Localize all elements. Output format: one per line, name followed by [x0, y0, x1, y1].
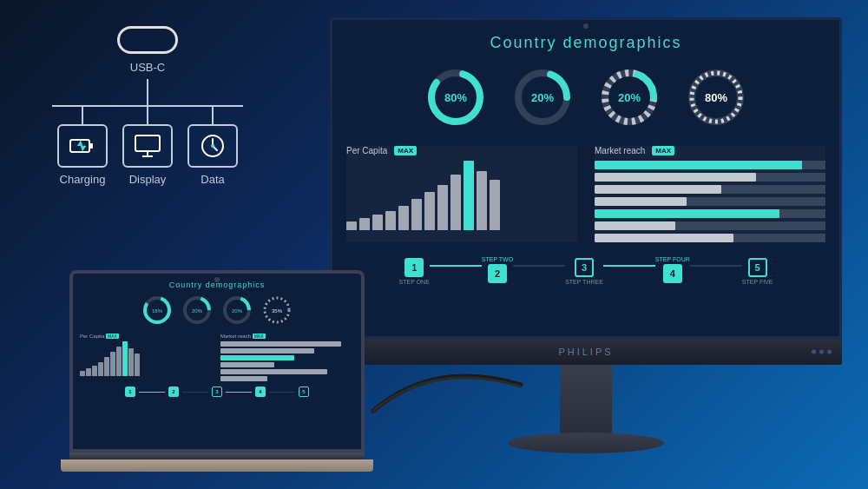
laptop-hinge — [69, 453, 365, 459]
charts-row: Per Capita MAX — [346, 146, 825, 242]
mini-market-reach: Market reach MAX — [220, 334, 354, 381]
market-reach-chart: Market reach MAX — [595, 146, 825, 242]
laptop-webcam — [214, 277, 220, 282]
mini-per-capita: Per Capita MAX — [80, 334, 214, 381]
mini-donut-2: 20% — [181, 294, 213, 327]
branch-line-charging — [82, 107, 83, 124]
monitor-bezel: PHILIPS — [330, 339, 842, 365]
step-4: STEP FOUR 4 — [655, 256, 690, 285]
mini-bar-5 — [104, 357, 109, 376]
mini-connector-2 — [182, 392, 208, 393]
bar-10 — [464, 161, 474, 230]
market-reach-title: Market reach MAX — [595, 146, 825, 155]
donut-4: 80% — [685, 66, 747, 129]
mini-bar-chart — [80, 341, 214, 376]
h-bar-fill-7 — [595, 234, 733, 242]
laptop-base — [61, 459, 373, 472]
mini-donut-svg-1: 18% — [141, 294, 173, 326]
step-4-number: 4 — [663, 264, 682, 283]
monitor-indicators — [812, 350, 832, 354]
bar-11 — [477, 171, 487, 230]
per-capita-max: MAX — [394, 146, 417, 155]
mini-connector-3 — [226, 392, 252, 393]
h-bar-row-5 — [595, 209, 825, 218]
dashboard-title: Country demographics — [346, 34, 825, 52]
bar-4 — [385, 211, 396, 230]
step-3-number: 3 — [575, 258, 594, 277]
market-reach-bars — [595, 161, 825, 242]
mini-donut-3: 20% — [221, 294, 253, 327]
mini-h-bar-4 — [220, 362, 274, 367]
step-connector-4 — [690, 265, 742, 267]
step-connector-2 — [513, 265, 565, 267]
tree-horizontal-line — [52, 105, 243, 107]
mini-donut-svg-2: 20% — [181, 294, 213, 326]
svg-text:35%: 35% — [272, 308, 283, 314]
h-bar-fill-4 — [595, 197, 687, 206]
step-3-label: STEP THREE — [565, 279, 603, 285]
svg-text:18%: 18% — [152, 308, 163, 314]
monitor-stand-neck — [560, 365, 612, 434]
h-bar-row-3 — [595, 185, 825, 194]
svg-rect-1 — [89, 143, 93, 149]
charging-icon — [69, 132, 96, 160]
usb-diagram: USB-C Charging — [35, 26, 260, 186]
svg-text:80%: 80% — [444, 91, 467, 104]
bar-2 — [359, 218, 370, 230]
branch-display: Display — [117, 107, 178, 186]
h-bar-bg-5 — [595, 209, 825, 218]
per-capita-chart: Per Capita MAX — [346, 146, 577, 242]
h-bar-bg-4 — [595, 197, 825, 206]
svg-text:20%: 20% — [618, 91, 641, 104]
mini-h-bar-1 — [220, 341, 341, 347]
monitor: Country demographics 80% — [330, 17, 842, 453]
h-bar-bg-1 — [595, 161, 825, 169]
market-reach-max: MAX — [652, 146, 674, 155]
h-bar-row-4 — [595, 197, 825, 206]
usb-c-connector-icon — [117, 26, 178, 54]
mini-max-badge: MAX — [106, 334, 119, 339]
per-capita-bars — [346, 161, 577, 230]
indicator-2 — [819, 350, 824, 354]
tree-vertical-line — [147, 79, 148, 105]
svg-text:20%: 20% — [232, 308, 243, 314]
mini-charts: Per Capita MAX Marke — [80, 334, 354, 381]
mini-bar-9 — [128, 348, 134, 376]
mini-bar-7 — [116, 347, 122, 376]
display-icon-box — [122, 124, 173, 168]
mini-bar-1 — [80, 371, 85, 376]
step-2-top-label: STEP TWO — [482, 256, 513, 262]
mini-donuts: 18% 20% 20% — [80, 294, 354, 327]
mini-market-max-badge: MAX — [253, 334, 266, 339]
step-3: 3 STEP THREE — [565, 256, 603, 285]
mini-h-bar-6 — [220, 376, 267, 381]
monitor-screen: Country demographics 80% — [330, 17, 842, 339]
data-label: Data — [201, 173, 224, 186]
display-icon — [134, 132, 161, 160]
step-4-top-label: STEP FOUR — [655, 256, 690, 262]
branch-line-display — [147, 107, 148, 124]
donut-1: 80% — [424, 66, 487, 129]
h-bar-fill-6 — [595, 221, 675, 230]
h-bar-row-1 — [595, 161, 825, 169]
donut-3: 20% — [598, 66, 661, 129]
monitor-brand: PHILIPS — [558, 347, 613, 357]
mini-h-bar-3 — [220, 355, 294, 360]
bar-7 — [424, 192, 435, 230]
laptop: Country demographics 18% 20% — [69, 270, 365, 472]
step-2-number: 2 — [488, 264, 507, 283]
charging-label: Charging — [60, 173, 106, 186]
svg-text:20%: 20% — [192, 308, 203, 314]
per-capita-title: Per Capita MAX — [346, 146, 577, 155]
mini-donut-svg-3: 20% — [221, 294, 253, 326]
step-5-label: STEP FIVE — [742, 279, 773, 285]
bar-5 — [398, 206, 409, 230]
donut-2: 20% — [511, 66, 574, 129]
h-bar-bg-2 — [595, 173, 825, 182]
mini-donut-4: 35% — [261, 294, 293, 327]
h-bar-row-6 — [595, 221, 825, 230]
steps-row: 1 STEP ONE STEP TWO 2 3 STEP THREE ST — [346, 256, 825, 285]
donut-chart-4: 80% — [685, 66, 747, 129]
mini-connector-1 — [139, 392, 165, 393]
bar-3 — [372, 215, 383, 230]
